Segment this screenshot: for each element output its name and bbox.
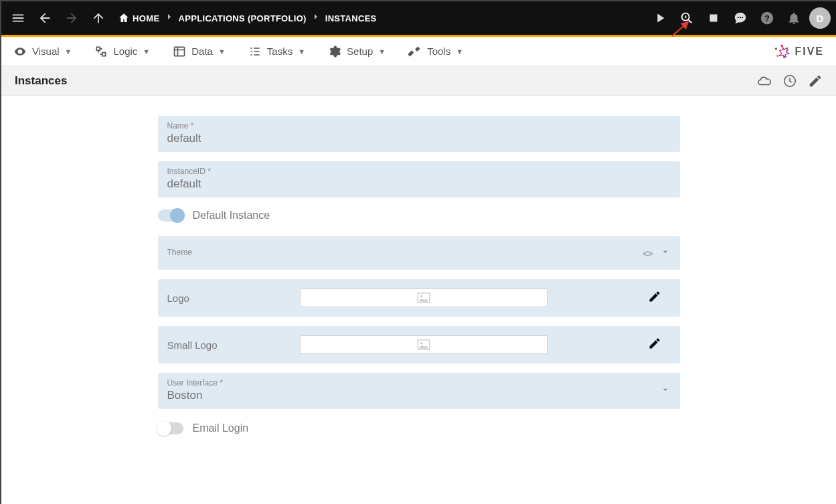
help-icon[interactable]: ? (756, 7, 778, 29)
bell-icon[interactable] (782, 7, 805, 29)
svg-point-13 (775, 48, 777, 50)
up-icon[interactable] (87, 7, 110, 29)
menu-logic-label: Logic (113, 46, 137, 57)
svg-point-2 (738, 17, 739, 18)
logo-edit-button[interactable] (648, 290, 661, 306)
menu-icon[interactable] (7, 7, 29, 29)
page-header: Instances (1, 66, 836, 96)
play-icon[interactable] (649, 7, 671, 29)
svg-point-4 (742, 17, 743, 18)
chevron-down-icon (660, 246, 671, 260)
breadcrumb-home-label: HOME (133, 13, 160, 23)
image-icon (417, 339, 430, 350)
clock-icon[interactable] (782, 74, 797, 88)
image-icon (417, 292, 430, 303)
breadcrumb-home[interactable]: HOME (118, 12, 160, 24)
default-instance-toggle[interactable] (158, 209, 183, 222)
name-value: default (167, 132, 671, 145)
chevron-right-icon (164, 11, 175, 25)
topbar-left: HOME APPLICATIONS (PORTFOLIO) INSTANCES (7, 7, 377, 29)
small-logo-label: Small Logo (167, 339, 288, 351)
menu-data-label: Data (191, 46, 213, 57)
svg-point-0 (682, 13, 689, 21)
menu-tasks[interactable]: Tasks▼ (248, 45, 305, 58)
small-logo-edit-button[interactable] (648, 337, 661, 353)
theme-field[interactable]: Theme <> (158, 236, 680, 270)
avatar-initial: D (817, 13, 824, 24)
menu-setup[interactable]: Setup▼ (328, 45, 386, 58)
page-title: Instances (15, 74, 67, 88)
cloud-icon[interactable] (757, 74, 772, 88)
stop-icon[interactable] (702, 7, 725, 29)
small-logo-field: Small Logo (158, 326, 680, 363)
svg-point-10 (787, 49, 789, 51)
logo-field: Logo (158, 279, 680, 317)
menu-data[interactable]: Data▼ (173, 45, 226, 58)
chevron-down-icon: ▼ (218, 48, 226, 56)
search-icon[interactable] (675, 7, 698, 29)
svg-point-18 (420, 342, 422, 344)
instanceid-label: InstanceID * (167, 167, 671, 176)
menu-visual[interactable]: Visual▼ (13, 45, 72, 58)
edit-icon[interactable] (808, 74, 823, 88)
svg-point-16 (420, 295, 422, 297)
svg-rect-1 (710, 15, 718, 22)
default-instance-row: Default Instance (158, 209, 680, 222)
instanceid-field[interactable]: InstanceID * default (158, 161, 680, 197)
code-icon: <> (643, 248, 652, 259)
name-field[interactable]: Name * default (158, 116, 680, 152)
instanceid-value: default (167, 177, 671, 191)
breadcrumb-instances[interactable]: INSTANCES (325, 13, 377, 23)
logo-label: Logo (167, 292, 288, 304)
ui-label: User Interface * (167, 378, 671, 388)
breadcrumb: HOME APPLICATIONS (PORTFOLIO) INSTANCES (118, 11, 377, 25)
small-logo-preview[interactable] (300, 335, 548, 354)
form-area: Name * default InstanceID * default Defa… (1, 96, 836, 504)
chat-icon[interactable] (729, 7, 752, 29)
main-toolbar: Visual▼ Logic▼ Data▼ Tasks▼ Setup▼ Tools… (1, 37, 836, 66)
chevron-right-icon (311, 11, 321, 25)
theme-label: Theme (167, 248, 192, 257)
default-instance-label: Default Instance (193, 209, 270, 222)
svg-point-3 (740, 17, 741, 18)
chevron-down-icon: ▼ (143, 48, 150, 56)
menu-tools-label: Tools (427, 46, 450, 57)
user-interface-field[interactable]: User Interface * Boston (158, 373, 680, 409)
page-header-actions (757, 74, 823, 88)
svg-point-12 (776, 54, 778, 56)
svg-rect-8 (175, 47, 185, 56)
menu-logic[interactable]: Logic▼ (94, 45, 150, 58)
logo-preview[interactable] (300, 288, 548, 307)
email-login-row: Email Login (158, 422, 680, 434)
email-login-toggle[interactable] (158, 422, 183, 434)
email-login-label: Email Login (193, 422, 249, 434)
breadcrumb-applications[interactable]: APPLICATIONS (PORTFOLIO) (179, 13, 307, 23)
name-label: Name * (167, 121, 671, 131)
menu-tools[interactable]: Tools▼ (408, 45, 463, 58)
forward-icon (60, 7, 83, 29)
menu-visual-label: Visual (32, 46, 60, 57)
menu-tasks-label: Tasks (267, 46, 292, 57)
avatar[interactable]: D (809, 7, 831, 29)
chevron-down-icon: ▼ (456, 48, 463, 56)
top-bar: HOME APPLICATIONS (PORTFOLIO) INSTANCES … (1, 1, 836, 35)
ui-value: Boston (167, 389, 671, 402)
chevron-down-icon: ▼ (298, 48, 305, 56)
chevron-down-icon: ▼ (65, 48, 72, 56)
chevron-down-icon (660, 384, 671, 398)
svg-text:?: ? (764, 13, 770, 23)
brand-text: FIVE (795, 46, 824, 58)
menu-setup-label: Setup (347, 46, 373, 57)
brand-logo: FIVE (773, 43, 824, 60)
topbar-right: ? D (649, 7, 831, 29)
svg-point-9 (781, 44, 783, 46)
back-icon[interactable] (33, 7, 56, 29)
chevron-down-icon: ▼ (378, 48, 386, 56)
svg-point-11 (784, 56, 786, 58)
